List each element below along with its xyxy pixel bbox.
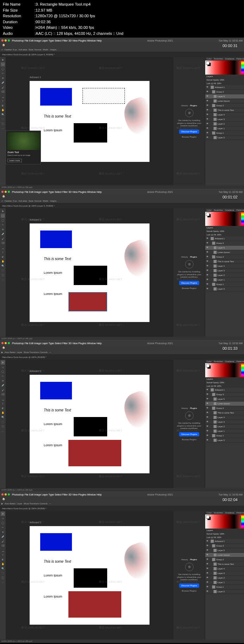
close-icon[interactable] — [1, 191, 4, 193]
visibility-icon[interactable]: 👁 — [206, 260, 209, 263]
discover-plugins-button[interactable]: Discover Plugins — [179, 130, 199, 134]
plugins-tab[interactable]: Plugins — [190, 558, 197, 561]
visibility-icon[interactable]: 👁 — [206, 567, 209, 570]
canvas-text[interactable]: Lorem Ipsum — [44, 595, 62, 598]
tool-icon[interactable]: 💉 — [1, 81, 5, 85]
tool-icon[interactable]: 👁 — [1, 379, 5, 383]
visibility-icon[interactable]: 👁 — [206, 122, 209, 125]
tool-icon[interactable]: ◯ — [1, 218, 5, 222]
menu-window[interactable]: Window — [87, 39, 96, 42]
discover-plugins-button[interactable]: Discover Plugins — [179, 432, 199, 436]
maximize-icon[interactable] — [8, 191, 10, 193]
panel-tab[interactable]: Color — [207, 209, 212, 211]
tool-icon[interactable]: ··· — [1, 429, 5, 433]
black-rectangle[interactable] — [74, 568, 107, 588]
layer-row[interactable]: 👁Lorem Ipsum — [205, 553, 244, 557]
tool-icon[interactable]: ▶ — [1, 512, 5, 516]
layer-blend[interactable]: Normal Opacity: 100% — [205, 532, 244, 536]
document-tab[interactable]: Main-Menu-Tools-Doc.psdc @ 100% (Layer 5… — [0, 52, 244, 57]
tool-icon[interactable]: ▭ — [1, 214, 5, 218]
menu-select[interactable]: Select — [55, 39, 61, 42]
panel-tab[interactable]: Patterns — [236, 209, 244, 211]
menu-view[interactable]: View — [72, 342, 78, 345]
visibility-icon[interactable]: 👁 — [206, 407, 209, 410]
black-rectangle[interactable] — [74, 266, 107, 285]
tool-icon[interactable]: 💉 — [1, 232, 5, 236]
layer-row[interactable]: 👁Group 3 — [205, 544, 244, 548]
browse-plugins-link[interactable]: Browse Plugins — [182, 590, 196, 592]
tool-icon[interactable]: T — [1, 553, 5, 557]
menu-image[interactable]: Image — [34, 493, 41, 496]
artboard[interactable]: Artboard 1This is some TextLorem Ipsum — [30, 81, 150, 162]
hue-strip[interactable] — [241, 212, 244, 226]
layer-row[interactable]: 👁This is some Text — [205, 259, 244, 264]
layers-tab[interactable]: Layers — [205, 226, 244, 229]
layer-lock[interactable]: Lock: ▨ Fill: 100% — [205, 82, 244, 85]
panel-tab[interactable]: Swatches — [214, 209, 223, 211]
layer-row[interactable]: 👁Group 2 — [205, 406, 244, 411]
tool-icon[interactable]: ✂ — [1, 374, 5, 378]
blue-rectangle[interactable] — [40, 88, 72, 106]
option-item[interactable]: ▶ — [1, 351, 3, 353]
tool-icon[interactable]: 🔍 — [1, 415, 5, 419]
window-controls[interactable] — [1, 342, 10, 344]
menu-window[interactable]: Window — [87, 191, 96, 193]
visibility-icon[interactable]: 👁 — [206, 554, 209, 556]
menu-photoshop[interactable]: Photoshop — [12, 342, 24, 345]
tool-icon[interactable]: ▭ — [1, 62, 5, 67]
document-tab[interactable]: Main-Menu-Tools-Doc.psdc @ 100% (RGB/8) … — [0, 355, 244, 360]
menu-3d[interactable]: 3D — [68, 191, 72, 193]
color-picker[interactable] — [205, 61, 244, 75]
layer-row[interactable]: 👁Artboard 1 — [205, 236, 244, 241]
option-item[interactable]: Anti-alias — [18, 49, 27, 51]
layer-row[interactable]: 👁Layer 4 — [205, 415, 244, 420]
tool-icon[interactable]: ◯ — [1, 67, 5, 71]
layers-tab[interactable]: Layers — [205, 529, 244, 532]
menu-view[interactable]: View — [72, 493, 78, 496]
blue-rectangle[interactable] — [40, 533, 72, 551]
maximize-icon[interactable] — [8, 342, 10, 344]
color-picker[interactable] — [205, 514, 244, 529]
menu-type[interactable]: Type — [49, 342, 54, 345]
tool-icon[interactable]: ✂ — [1, 223, 5, 227]
option-item[interactable]: ▱ — [1, 48, 3, 51]
layer-row[interactable]: 👁Layer 2 — [205, 424, 244, 429]
panel-tab[interactable]: Patterns — [236, 360, 244, 362]
discover-plugins-button[interactable]: Discover Plugins — [179, 583, 199, 588]
option-item[interactable]: ▶ — [1, 502, 3, 505]
layer-row[interactable]: 👁Lorem Ipsum — [205, 99, 244, 103]
canvas-area[interactable]: Artboard 1This is some TextLorem IpsumLo… — [6, 360, 173, 488]
canvas-text[interactable]: This is some Text — [44, 408, 71, 412]
menu-window[interactable]: Window — [87, 342, 96, 345]
menu-edit[interactable]: Edit — [29, 39, 33, 42]
document-tab[interactable]: Main-Menu-Tools-Doc.psdc @ 100% (Layer 5… — [0, 203, 244, 208]
tool-icon[interactable]: ▭ — [1, 365, 5, 369]
menu-filter[interactable]: Filter — [62, 493, 68, 496]
tool-icon[interactable]: ▭ — [1, 516, 5, 520]
panel-tab[interactable]: Color — [207, 512, 212, 514]
tool-icon[interactable]: ⬚ — [1, 269, 5, 273]
layer-row[interactable]: 👁Layer 1 — [205, 429, 244, 434]
tool-icon[interactable]: 🔍 — [1, 567, 5, 571]
menu-photoshop[interactable]: Photoshop — [12, 39, 24, 42]
tool-icon[interactable]: ⬛ — [1, 576, 5, 580]
tool-icon[interactable]: 👁 — [1, 227, 5, 232]
layer-row[interactable]: 👁Layer 3 — [205, 420, 244, 424]
visibility-icon[interactable]: 👁 — [206, 269, 209, 272]
layer-row[interactable]: 👁Layer 2 — [205, 576, 244, 580]
visibility-icon[interactable]: 👁 — [206, 251, 209, 254]
layer-row[interactable]: 👁Layer 5 — [205, 548, 244, 553]
tool-icon[interactable]: ⌫ — [1, 544, 5, 548]
option-item[interactable]: Height: — [50, 49, 57, 51]
canvas-text[interactable]: This is some Text — [44, 114, 71, 118]
visibility-icon[interactable]: 👁 — [206, 389, 209, 391]
layer-row[interactable]: 👁Layer 4 — [205, 264, 244, 269]
home-icon[interactable]: 🏠 — [2, 346, 5, 349]
layer-row[interactable]: 👁Artboard 1 — [205, 85, 244, 90]
tool-icon[interactable]: ✂ — [1, 71, 5, 76]
tool-icon[interactable]: ··· — [1, 580, 5, 585]
layer-row[interactable]: 👁This is some Text — [205, 411, 244, 415]
panel-tab[interactable]: Swatches — [214, 58, 223, 60]
menu-help[interactable]: Help — [97, 191, 102, 193]
hue-strip[interactable] — [241, 514, 244, 529]
